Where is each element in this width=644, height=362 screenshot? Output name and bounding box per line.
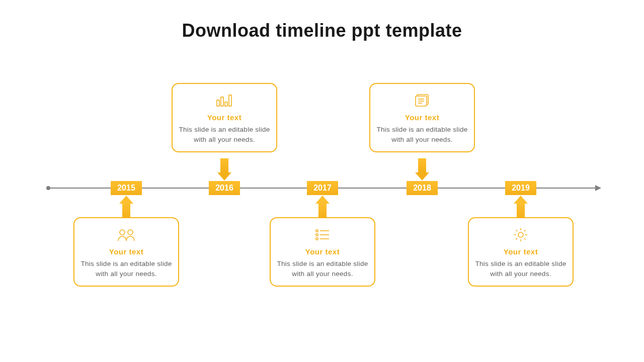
year-marker-2015: 2015 [111,181,142,195]
card-heading: Your text [79,247,173,256]
timeline-card-2017: Your text This slide is an editable slid… [270,217,375,287]
card-body: This slide is an editable slide with all… [79,259,173,279]
connector-2015 [119,196,133,218]
card-body: This slide is an editable slide with all… [276,259,369,279]
axis-start-dot [46,186,50,190]
year-marker-2019: 2019 [505,181,536,195]
connector-2018 [415,158,429,180]
timeline-card-2016: Your text This slide is an editable slid… [172,83,277,152]
list-icon [276,225,369,244]
svg-point-17 [518,232,523,237]
year-marker-2017: 2017 [307,181,338,195]
slide-title: Download timeline ppt template [0,20,644,41]
svg-rect-1 [221,97,223,106]
connector-2019 [514,196,528,218]
svg-rect-2 [225,102,227,106]
gear-icon [474,225,568,244]
card-heading: Your text [276,247,369,256]
card-body: This slide is an editable slide with all… [178,125,271,144]
connector-2016 [217,158,231,180]
timeline-card-2015: Your text This slide is an editable slid… [73,217,179,287]
document-icon [375,91,469,110]
svg-point-13 [316,238,318,240]
svg-point-9 [120,230,125,235]
card-body: This slide is an editable slide with all… [375,125,469,144]
bar-chart-icon [178,91,271,110]
svg-point-10 [128,230,133,235]
axis-end-arrow-icon [595,185,601,191]
card-heading: Your text [375,113,469,122]
card-heading: Your text [474,247,568,256]
card-heading: Your text [178,113,271,122]
timeline-card-2018: Your text This slide is an editable slid… [369,83,475,152]
year-marker-2018: 2018 [407,181,438,195]
timeline-card-2019: Your text This slide is an editable slid… [468,217,574,287]
card-body: This slide is an editable slide with all… [474,259,568,279]
svg-point-12 [316,234,318,236]
svg-rect-0 [217,100,219,106]
connector-2017 [315,196,330,218]
svg-point-11 [316,230,318,232]
year-marker-2016: 2016 [209,181,240,195]
svg-rect-3 [229,95,231,106]
people-icon [79,225,173,244]
